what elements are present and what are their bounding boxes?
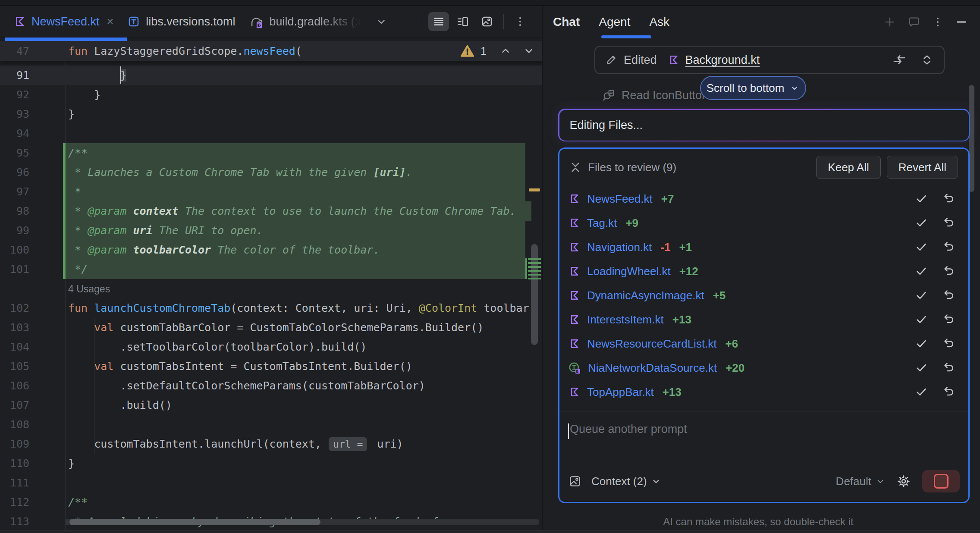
file-link[interactable]: NiaNetworkDataSource.kt (588, 361, 717, 375)
kotlin-file-icon (568, 217, 580, 229)
code-line: 105 val customTabsIntent = CustomTabsInt… (0, 357, 542, 376)
history-bubble-icon[interactable] (908, 16, 920, 28)
code-line: 102fun launchCustomChromeTab(context: Co… (0, 298, 542, 318)
tab-ask[interactable]: Ask (649, 15, 669, 29)
code-text: val customTabBarColor = CustomTabColorSc… (29, 321, 484, 334)
sticky-code-line[interactable]: 47 fun LazyStaggeredGridScope.newsFeed( … (0, 41, 542, 61)
keep-file-button[interactable] (915, 216, 928, 229)
revert-file-button[interactable] (942, 216, 955, 229)
code-line: 103 val customTabBarColor = CustomTabCol… (0, 318, 542, 337)
revert-file-button[interactable] (942, 361, 955, 374)
revert-file-button[interactable] (942, 313, 955, 326)
code-line: 96 * Launches a Custom Chrome Tab with t… (0, 163, 542, 182)
gradle-file-icon (249, 14, 264, 29)
new-chat-icon[interactable] (883, 16, 896, 28)
line-number: 104 (0, 341, 29, 353)
edited-file-card[interactable]: Edited Background.kt (594, 46, 945, 74)
editor-more-menu-icon[interactable] (510, 12, 531, 31)
expand-collapse-icon[interactable] (920, 53, 934, 67)
tab-chat[interactable]: Chat (553, 15, 580, 29)
code-line: 98 * @param context The context to use t… (0, 201, 542, 221)
line-number: 95 (0, 147, 29, 159)
divider (503, 14, 504, 29)
keep-file-button[interactable] (915, 265, 928, 278)
read-file-item: Read IconButton. (602, 88, 712, 102)
revert-all-button[interactable]: Revert All (887, 156, 958, 179)
model-selector[interactable]: Default (836, 475, 885, 488)
file-link[interactable]: DynamicAsyncImage.kt (587, 289, 704, 302)
prev-warning-icon[interactable] (499, 45, 512, 57)
keep-file-button[interactable] (915, 386, 928, 398)
keep-file-button[interactable] (915, 192, 928, 205)
code-text: } (29, 69, 126, 82)
code-line: 106 .setDefaultColorSchemeParams(customT… (0, 376, 542, 395)
kotlin-file-icon (568, 265, 580, 277)
keep-file-button[interactable] (915, 313, 928, 326)
line-number: 99 (0, 224, 29, 237)
stop-button[interactable] (922, 470, 960, 492)
show-diff-icon[interactable] (892, 53, 907, 67)
file-link[interactable]: InterestsItem.kt (587, 313, 664, 326)
revert-file-button[interactable] (942, 386, 955, 398)
usages-hint-row[interactable]: 4 Usages (0, 279, 542, 298)
code-editor[interactable]: 91 }92 }93}9495/**96 * Launches a Custom… (0, 61, 542, 533)
line-number: 111 (0, 477, 29, 489)
tab-agent[interactable]: Agent (599, 15, 630, 29)
code-line: 111 (0, 473, 542, 492)
keep-file-button[interactable] (915, 289, 928, 302)
code-text: /** (29, 496, 88, 508)
prompt-input[interactable]: Queue another prompt (559, 411, 968, 470)
file-link[interactable]: NewsResourceCardList.kt (587, 337, 717, 351)
context-button[interactable]: Context (2) (591, 475, 661, 488)
code-line: 91 } (0, 66, 542, 85)
close-icon[interactable]: × (107, 15, 114, 28)
file-link[interactable]: Tag.kt (587, 216, 617, 230)
scroll-to-bottom-button[interactable]: Scroll to bottom (700, 76, 806, 100)
revert-file-button[interactable] (942, 241, 955, 254)
tab-build-gradle[interactable]: build.gradle.kts (:c (242, 6, 393, 38)
change-count-badge: +6 (726, 337, 738, 351)
next-warning-icon[interactable] (523, 45, 535, 57)
file-link[interactable]: TopAppBar.kt (587, 386, 654, 399)
minimize-icon[interactable] (955, 16, 968, 28)
inspections-widget[interactable]: 1 (460, 41, 535, 61)
revert-file-button[interactable] (942, 265, 955, 278)
keep-file-button[interactable] (915, 361, 928, 374)
attach-image-icon[interactable] (568, 474, 582, 488)
keep-all-button[interactable]: Keep All (816, 156, 880, 179)
code-text: */ (29, 263, 88, 276)
chevron-down-icon[interactable] (376, 16, 387, 27)
model-label: Default (836, 475, 871, 488)
file-link[interactable]: Navigation.kt (587, 241, 652, 254)
file-link[interactable]: NewsFeed.kt (587, 192, 653, 206)
keep-file-button[interactable] (915, 337, 928, 350)
sticky-code-text: fun LazyStaggeredGridScope.newsFeed( (29, 45, 302, 57)
editor-tab-bar: NewsFeed.kt × libs.versions.toml build.g… (0, 6, 542, 38)
tab-newsfeed[interactable]: NewsFeed.kt × (6, 6, 120, 38)
design-view-button[interactable] (477, 12, 497, 31)
kotlin-interface-icon (568, 361, 581, 374)
scrollbar-thumb[interactable] (69, 519, 320, 525)
tab-libs-versions[interactable]: libs.versions.toml (120, 6, 242, 38)
kotlin-file-icon (13, 15, 26, 28)
revert-file-button[interactable] (942, 289, 955, 302)
prompt-placeholder: Queue another prompt (570, 423, 687, 436)
edited-file-link[interactable]: Background.kt (685, 53, 760, 67)
code-view-button[interactable] (428, 12, 449, 31)
collapse-icon[interactable] (570, 162, 581, 173)
editor-horizontal-scrollbar[interactable] (65, 519, 539, 525)
file-link[interactable]: LoadingWheel.kt (587, 265, 671, 278)
file-review-row: TopAppBar.kt+13 (559, 380, 968, 404)
scrollbar-warning-mark[interactable] (529, 188, 540, 191)
gear-icon[interactable] (896, 474, 911, 489)
split-view-button[interactable] (452, 12, 473, 31)
chevron-down-icon (789, 83, 800, 93)
keep-file-button[interactable] (915, 241, 928, 254)
more-menu-icon[interactable] (932, 16, 944, 28)
revert-file-button[interactable] (942, 337, 955, 350)
scroll-button-label: Scroll to bottom (707, 82, 785, 95)
revert-file-button[interactable] (942, 192, 955, 205)
review-panel-title: Files to review (9) (588, 161, 676, 174)
kotlin-file-icon (667, 54, 679, 66)
pencil-icon (605, 53, 618, 66)
